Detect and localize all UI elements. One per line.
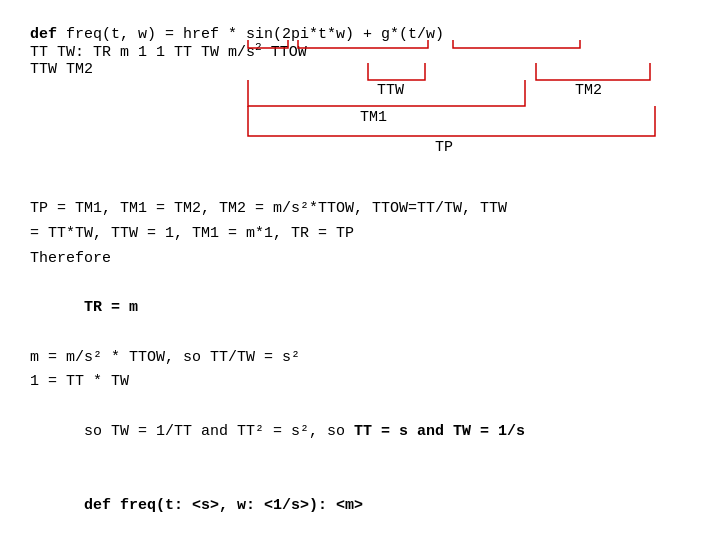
prose-block: TP = TM1, TM1 = TM2, TM2 = m/s²*TTOW, TT… [30,197,690,540]
svg-text:TP: TP [435,139,453,156]
prose-line-3: Therefore [30,247,690,272]
svg-text:TTW              TM2: TTW TM2 [30,61,93,78]
prose-line-4: TR = m [30,271,690,345]
prose-line-5: m = m/s² * TTOW, so TT/TW = s² [30,346,690,371]
prose-line-2: = TT*TW, TTW = 1, TM1 = m*1, TR = TP [30,222,690,247]
prose-line-7-bold: TT = s and TW = 1/s [354,423,525,440]
diagram-svg: def freq(t, w) = href * sin(2pi*t*w) + g… [30,18,690,193]
prose-line-8: def freq(t: <s>, w: <1/s>): <m> [30,469,690,540]
tr-equals-m-bold: TR = m [84,299,138,316]
svg-text:TT TW: TR    m    1    1  TT T: TT TW: TR m 1 1 TT TW m/s2 TTOW [30,41,307,61]
main-content: def freq(t, w) = href * sin(2pi*t*w) + g… [0,0,720,540]
prose-line-6: 1 = TT * TW [30,370,690,395]
def-freq-bold: def freq(t: <s>, w: <1/s>): <m> [84,497,363,514]
svg-text:TM2: TM2 [575,82,602,99]
svg-text:TTW: TTW [377,82,404,99]
diagram-area: def freq(t, w) = href * sin(2pi*t*w) + g… [30,18,690,193]
prose-line-7: so TW = 1/TT and TT² = s², so TT = s and… [30,395,690,469]
svg-text:TM1: TM1 [360,109,387,126]
prose-line-1: TP = TM1, TM1 = TM2, TM2 = m/s²*TTOW, TT… [30,197,690,222]
prose-line-7-pre: so TW = 1/TT and TT² = s², so [84,423,354,440]
svg-text:def
         freq(t, w)    = h: def freq(t, w) = href * sin(2pi*t*w) + g… [30,26,444,43]
